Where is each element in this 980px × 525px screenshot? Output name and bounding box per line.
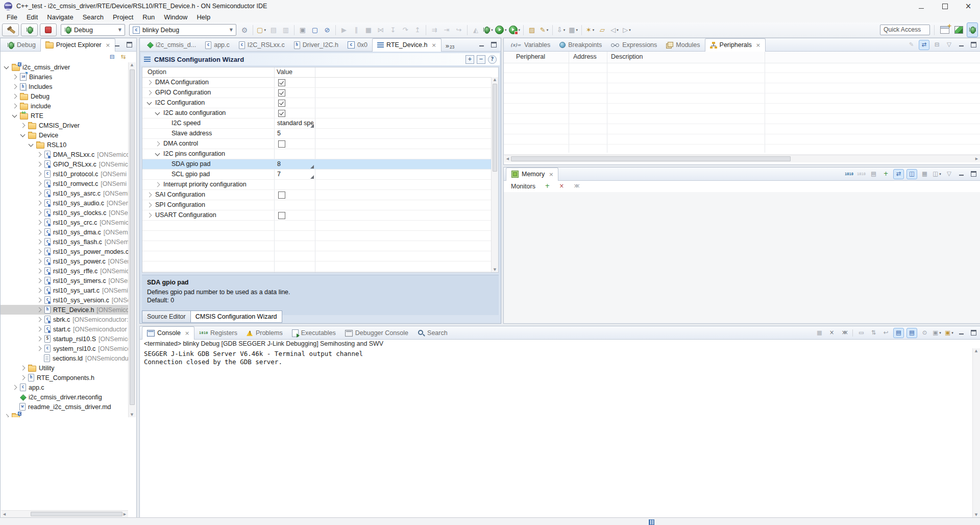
- value-cell[interactable]: standard speed: [277, 118, 313, 128]
- tree-item-dma-rslxx-c[interactable]: DMA_RSLxx.c[ONSemicon: [1, 150, 128, 159]
- forward-button[interactable]: ▷▾: [621, 24, 633, 36]
- debug-history-button[interactable]: ▾: [482, 24, 494, 36]
- console-output[interactable]: SEGGER J-Link GDB Server V6.46k - Termin…: [140, 348, 973, 518]
- peripherals-view-menu-button[interactable]: ▽: [944, 40, 954, 50]
- wizard-row-dma-configuration[interactable]: DMA Configuration: [142, 78, 498, 88]
- peripherals-horizontal-scrollbar[interactable]: ◀ ▶: [504, 155, 980, 162]
- peripherals-maximize-button[interactable]: [969, 40, 978, 50]
- tree-item-rsl10-sys-dma-c[interactable]: rsl10_sys_dma.c[ONSemic: [1, 227, 128, 237]
- explorer-minimize-button[interactable]: [112, 40, 122, 50]
- console-tab-debugger-console[interactable]: Debugger Console: [340, 327, 413, 339]
- editor-mode-tab-cmsis-configuration-wizard[interactable]: CMSIS Configuration Wizard: [190, 311, 282, 323]
- expander-icon[interactable]: [4, 64, 9, 69]
- tree-item-device[interactable]: Device: [1, 130, 128, 140]
- save-all-button[interactable]: ▥: [280, 24, 292, 36]
- wizard-row-i2c-configuration[interactable]: I2C Configuration: [142, 98, 498, 108]
- console-show-stdout-button[interactable]: ▤: [893, 328, 904, 338]
- expander-icon[interactable]: [12, 104, 17, 109]
- menu-edit[interactable]: Edit: [22, 12, 42, 22]
- tree-item-readme-i2c-cmsis-driver-md[interactable]: readme_i2c_cmsis_driver.md: [1, 402, 128, 412]
- expander-icon[interactable]: [147, 100, 152, 105]
- tree-item-rsl10[interactable]: RSL10: [1, 140, 128, 150]
- wizard-row-usart-configuration[interactable]: USART Configuration: [142, 210, 498, 221]
- console-minimize-button[interactable]: [957, 328, 966, 338]
- table-vertical-scrollbar[interactable]: ▲ ▼: [491, 77, 498, 272]
- expander-icon[interactable]: [37, 172, 42, 177]
- move-to-line-button[interactable]: ⇥: [440, 24, 453, 36]
- view-tab-expressions[interactable]: Expressions: [606, 39, 662, 51]
- tree-item-rsl10-sys-power-modes-c[interactable]: rsl10_sys_power_modes.c[: [1, 247, 128, 256]
- view-tab-peripherals[interactable]: Peripherals×: [705, 38, 766, 52]
- collapse-all-icon[interactable]: −: [477, 55, 485, 64]
- explorer-tab-project-explorer[interactable]: Project Explorer×: [40, 38, 115, 52]
- open-resource-button[interactable]: ▱: [596, 24, 608, 36]
- console-clear-console-button[interactable]: ▭: [856, 328, 866, 338]
- close-icon[interactable]: ×: [756, 42, 761, 49]
- explorer-tab-debug[interactable]: Debug: [3, 39, 40, 51]
- open-element-button[interactable]: ▢: [309, 24, 321, 36]
- expander-icon[interactable]: [12, 84, 17, 89]
- build-button[interactable]: [2, 23, 19, 36]
- tree-item-rsl10-sys-audio-c[interactable]: rsl10_sys_audio.c[ONSem: [1, 198, 128, 208]
- expander-icon[interactable]: [20, 123, 26, 128]
- instruction-stepping-button[interactable]: ⇉: [428, 24, 440, 36]
- wizard-row-sai-configuration[interactable]: SAI Configuration: [142, 190, 498, 200]
- expander-icon[interactable]: [20, 366, 26, 371]
- tree-item-i2c-cmsis-driver-rteconfig[interactable]: i2c_cmsis_driver.rteconfig: [1, 392, 128, 402]
- save-button[interactable]: ▤: [267, 24, 280, 36]
- checkbox[interactable]: [278, 110, 285, 117]
- console-tab-problems[interactable]: Problems: [242, 327, 287, 339]
- value-cell[interactable]: 5: [277, 129, 313, 138]
- wizard-row-gpio-configuration[interactable]: GPIO Configuration: [142, 88, 498, 98]
- tree-item-rsl10-sys-uart-c[interactable]: rsl10_sys_uart.c[ONSemic: [1, 285, 128, 295]
- memory-remove-monitor-button[interactable]: ×: [557, 182, 567, 191]
- tree-item-include[interactable]: include: [1, 101, 128, 111]
- maximize-button[interactable]: [933, 0, 957, 12]
- editor-tab-app-c[interactable]: app.c: [201, 39, 234, 51]
- checkbox[interactable]: [278, 212, 285, 219]
- external-tools-button[interactable]: ▾: [508, 24, 522, 36]
- checkbox[interactable]: [278, 140, 285, 148]
- memory-remove-all-monitors-button[interactable]: ×: [571, 182, 581, 191]
- tree-item-rsl10-sys-flash-c[interactable]: rsl10_sys_flash.c[ONSemic: [1, 237, 128, 247]
- tree-horizontal-scrollbar[interactable]: ◀ ▶: [1, 510, 128, 517]
- import-button[interactable]: ⇩▾: [555, 24, 567, 36]
- console-show-stderr-button[interactable]: ▤: [906, 328, 917, 338]
- tree-item-system-rsl10-c[interactable]: system_rsl10.c[ONSemico: [1, 344, 128, 353]
- tree-item-startup-rsl10-s[interactable]: startup_rsl10.S[ONSemico: [1, 334, 128, 344]
- resume-button[interactable]: ▶: [338, 24, 350, 36]
- debug-mode-combo[interactable]: Debug ▼: [61, 24, 125, 36]
- editor-mode-tab-source-editor[interactable]: Source Editor: [142, 311, 191, 323]
- editor-tab-driver-i2c-h[interactable]: Driver_I2C.h: [289, 39, 343, 51]
- value-cell[interactable]: 7: [277, 170, 313, 179]
- tree-item-sbrk-c[interactable]: sbrk.c[ONSemiconductor:: [1, 315, 128, 324]
- console-tab-search[interactable]: Search: [413, 327, 452, 339]
- tree-item-rsl10-protocol-c[interactable]: rsl10_protocol.c[ONSemi: [1, 169, 128, 179]
- expander-icon[interactable]: [4, 414, 9, 417]
- open-task-button[interactable]: ▨: [526, 24, 538, 36]
- minimize-button[interactable]: [910, 0, 933, 12]
- wizard-row-i2c-speed[interactable]: I2C speedstandard speed: [142, 118, 498, 129]
- view-tab-breakpoints[interactable]: Breakpoints: [555, 39, 606, 51]
- checkbox[interactable]: [278, 79, 285, 86]
- expander-icon[interactable]: [37, 210, 42, 216]
- wizard-row-sda-gpio-pad[interactable]: SDA gpio pad8: [142, 159, 498, 170]
- memory-maximize-button[interactable]: [969, 170, 978, 179]
- scrollbar-thumb[interactable]: [31, 512, 122, 516]
- checkbox[interactable]: [278, 100, 285, 107]
- annotate-button[interactable]: ✎▾: [538, 24, 550, 36]
- tree-item-rsl10-sys-crc-c[interactable]: rsl10_sys_crc.c[ONSemico: [1, 218, 128, 227]
- memory-split-pane-button[interactable]: ◫: [906, 169, 917, 179]
- tree-item-rsl10-sys-power-c[interactable]: rsl10_sys_power.c[ONSem: [1, 256, 128, 266]
- step-return-button[interactable]: ↥: [411, 24, 424, 36]
- editor-tab-0x0[interactable]: 0x0: [343, 39, 372, 51]
- expander-icon[interactable]: [147, 193, 152, 198]
- tree-item-i2c-cmsis-driver[interactable]: i2c_cmsis_driver: [1, 62, 128, 72]
- expander-icon[interactable]: [37, 327, 42, 332]
- expander-icon[interactable]: [155, 151, 160, 156]
- view-tab-memory[interactable]: Memory×: [506, 168, 558, 181]
- new-wizard-drop-button[interactable]: ▢▾: [255, 24, 267, 36]
- tree-item-rsl10-sys-version-c[interactable]: rsl10_sys_version.c[ONSer: [1, 295, 128, 305]
- expander-icon[interactable]: [147, 213, 152, 218]
- checkbox[interactable]: [278, 192, 285, 199]
